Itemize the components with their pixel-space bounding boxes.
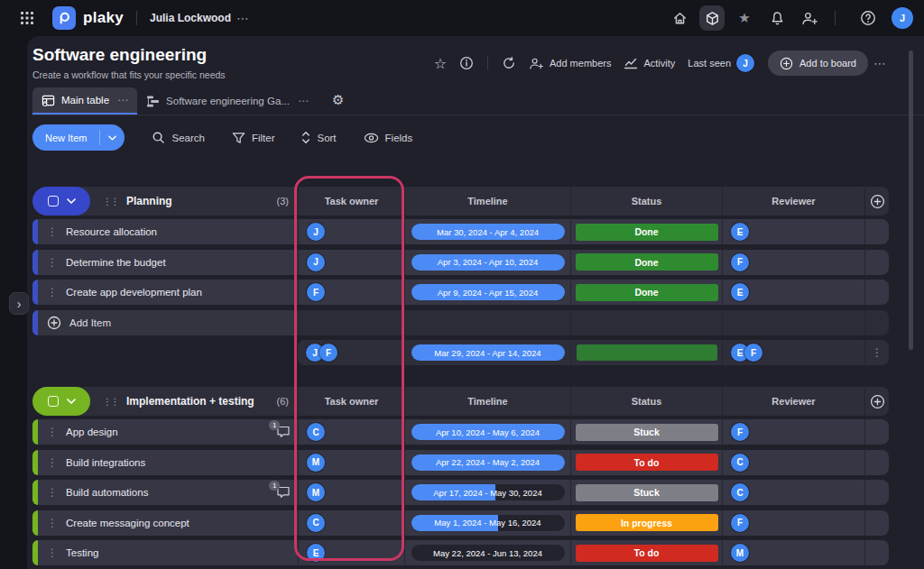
boards-button[interactable] <box>699 5 725 31</box>
filter-button[interactable]: Filter <box>232 132 275 144</box>
status-cell[interactable]: To do <box>570 540 722 565</box>
timeline-pill[interactable]: May 22, 2024 - Jun 13, 2024 <box>411 545 565 561</box>
owner-avatar[interactable]: E <box>307 544 325 562</box>
column-header-task-owner[interactable]: Task owner <box>298 387 404 416</box>
row-extra-cell[interactable] <box>864 480 889 505</box>
task-owner-cell[interactable]: J <box>298 219 404 244</box>
timeline-cell[interactable]: Apr 10, 2024 - May 6, 2024 <box>404 419 570 445</box>
owner-avatar[interactable]: C <box>307 423 325 441</box>
group-title[interactable]: Planning <box>126 195 172 207</box>
task-owner-cell[interactable]: C <box>298 510 404 536</box>
table-row[interactable]: ⋮Build automations 1 M Apr 17, 2024 - Ma… <box>32 480 889 505</box>
timeline-pill[interactable]: Mar 29, 2024 - Apr 14, 2024 <box>411 344 565 361</box>
task-owner-cell[interactable]: M <box>298 480 404 505</box>
timeline-cell[interactable]: Apr 9, 2024 - Apr 15, 2024 <box>404 280 570 305</box>
row-drag-handle[interactable]: ⋮ <box>47 426 58 438</box>
reviewer-cell[interactable]: M <box>722 540 864 565</box>
column-header-timeline[interactable]: Timeline <box>404 187 570 216</box>
item-name[interactable]: Testing <box>66 547 98 558</box>
reviewer-avatar[interactable]: F <box>731 514 749 532</box>
sidebar-expander-button[interactable]: › <box>9 292 29 315</box>
reviewer-cell[interactable]: C <box>722 480 864 505</box>
column-header-task-owner[interactable]: Task owner <box>298 187 404 216</box>
status-cell[interactable]: In progress <box>570 510 722 536</box>
apps-grid-button[interactable] <box>14 5 40 31</box>
timeline-cell[interactable]: Apr 3, 2024 - Apr 10, 2024 <box>404 250 570 275</box>
table-row[interactable]: ⋮Testing E May 22, 2024 - Jun 13, 2024 T… <box>32 540 889 565</box>
reviewer-cell[interactable]: F <box>722 250 864 275</box>
owner-avatar[interactable]: M <box>307 454 325 472</box>
task-owner-cell[interactable]: C <box>298 419 404 445</box>
group-checkbox[interactable] <box>48 196 59 206</box>
task-owner-cell[interactable]: M <box>298 450 404 475</box>
help-button[interactable] <box>855 5 881 31</box>
table-row[interactable]: ⋮Determine the budget J Apr 3, 2024 - Ap… <box>32 250 889 275</box>
reviewer-avatar[interactable]: C <box>731 454 749 472</box>
column-header-status[interactable]: Status <box>570 387 722 416</box>
plaky-logo-icon[interactable] <box>52 6 76 30</box>
owner-avatar[interactable]: C <box>307 514 325 532</box>
task-owner-cell[interactable]: J <box>298 250 404 275</box>
comments-bubble-icon[interactable]: 1 <box>276 426 291 438</box>
summary-timeline-cell[interactable]: Mar 29, 2024 - Apr 14, 2024 <box>404 340 570 365</box>
row-extra-cell[interactable] <box>864 419 889 445</box>
timeline-pill[interactable]: May 1, 2024 - May 16, 2024 <box>411 515 565 531</box>
task-owner-cell[interactable]: F <box>298 280 404 305</box>
row-drag-handle[interactable]: ⋮ <box>47 546 58 559</box>
comments-bubble-icon[interactable]: 1 <box>276 486 291 499</box>
column-header-status[interactable]: Status <box>570 187 722 216</box>
group-drag-handle[interactable]: ⋮⋮ <box>103 397 118 407</box>
reviewer-avatar[interactable]: E <box>731 283 749 301</box>
timeline-cell[interactable]: Apr 22, 2024 - May 2, 2024 <box>404 450 570 475</box>
item-name[interactable]: Resource allocation <box>66 226 157 237</box>
reviewer-cell[interactable]: C <box>722 450 864 475</box>
item-name[interactable]: Build automations <box>66 487 148 498</box>
column-header-reviewer[interactable]: Reviewer <box>722 387 864 416</box>
table-row[interactable]: ⋮Resource allocation J Mar 30, 2024 - Ap… <box>32 219 889 244</box>
add-item-row[interactable]: Add Item <box>32 310 889 335</box>
row-drag-handle[interactable]: ⋮ <box>47 225 58 238</box>
tab-more-icon[interactable]: ⋯ <box>117 94 128 106</box>
item-name[interactable]: App design <box>66 427 118 437</box>
tab-main-table[interactable]: Main table ⋯ <box>32 87 137 115</box>
column-header-timeline[interactable]: Timeline <box>404 387 570 416</box>
owner-avatar[interactable]: F <box>307 283 325 301</box>
status-cell[interactable]: Done <box>570 219 722 244</box>
table-row[interactable]: ⋮Create messaging concept C May 1, 2024 … <box>32 510 889 536</box>
tab-more-icon[interactable]: ⋯ <box>298 95 309 107</box>
item-name[interactable]: Build integrations <box>66 457 145 468</box>
row-drag-handle[interactable]: ⋮ <box>47 256 58 269</box>
add-column-button[interactable] <box>864 387 889 416</box>
reviewer-cell[interactable]: E <box>722 280 864 305</box>
timeline-cell[interactable]: Mar 30, 2024 - Apr 4, 2024 <box>404 219 570 244</box>
vertical-scrollbar[interactable] <box>909 50 913 350</box>
new-item-button[interactable]: New Item <box>32 124 125 151</box>
owner-avatar[interactable]: M <box>307 483 325 501</box>
status-cell[interactable]: Done <box>570 250 722 275</box>
reviewer-avatar[interactable]: F <box>731 253 749 271</box>
item-name[interactable]: Determine the budget <box>66 257 166 268</box>
summary-owners-cell[interactable]: JF <box>298 340 404 365</box>
owner-avatar[interactable]: F <box>319 344 337 362</box>
owner-avatar[interactable]: J <box>307 253 325 271</box>
tab-gantt-view[interactable]: Software engineering Ga... ⋯ <box>137 87 318 115</box>
summary-status-cell[interactable] <box>570 340 722 365</box>
workspace-more-button[interactable]: ⋯ <box>231 7 254 29</box>
status-cell[interactable]: Stuck <box>570 419 722 445</box>
item-name[interactable]: Create messaging concept <box>66 518 189 528</box>
table-row[interactable]: ⋮Create app development plan F Apr 9, 20… <box>32 280 889 305</box>
row-extra-cell[interactable] <box>864 540 889 565</box>
table-row[interactable]: ⋮App design 1 C Apr 10, 2024 - May 6, 20… <box>32 419 889 445</box>
timeline-pill[interactable]: Apr 9, 2024 - Apr 15, 2024 <box>411 284 565 300</box>
row-drag-handle[interactable]: ⋮ <box>47 486 58 499</box>
group-title[interactable]: Implementation + testing <box>126 395 254 408</box>
column-header-reviewer[interactable]: Reviewer <box>722 187 864 216</box>
user-avatar[interactable]: J <box>892 7 913 29</box>
row-drag-handle[interactable]: ⋮ <box>47 456 58 469</box>
group-checkbox[interactable] <box>48 396 59 407</box>
timeline-pill[interactable]: Apr 17, 2024 - May 30, 2024 <box>411 484 565 500</box>
item-name[interactable]: Create app development plan <box>66 287 202 298</box>
row-menu-icon[interactable]: ⋮ <box>864 340 889 365</box>
invite-members-button[interactable] <box>797 5 822 31</box>
sort-button[interactable]: Sort <box>301 131 336 144</box>
